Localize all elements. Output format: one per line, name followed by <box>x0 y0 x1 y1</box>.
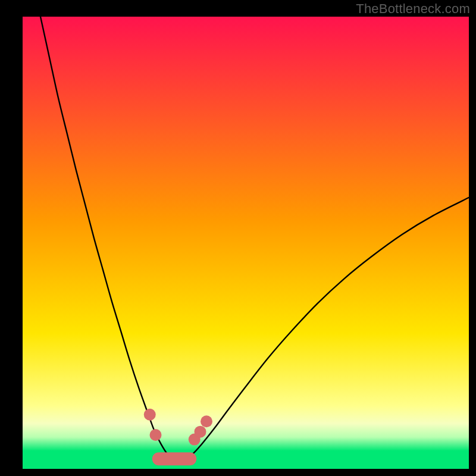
dot-right-2 <box>195 426 206 438</box>
dot-right-3 <box>201 415 212 427</box>
dot-left-lower <box>150 429 162 441</box>
bottleneck-chart <box>0 0 476 476</box>
plot-background <box>23 17 469 469</box>
chart-frame: { "watermark": "TheBottleneck.com", "plo… <box>0 0 476 476</box>
dot-left-upper <box>144 409 156 421</box>
watermark-text: TheBottleneck.com <box>356 1 470 17</box>
